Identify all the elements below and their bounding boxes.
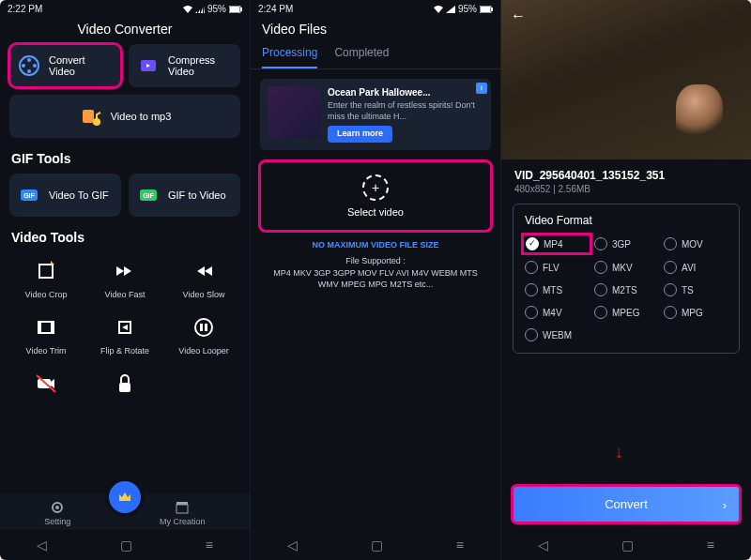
format-option-webm[interactable]: WEBM (525, 328, 589, 341)
no-max-note: NO MAXIMUM VIDEO FILE SIZE (251, 231, 500, 255)
video-slow-tool[interactable]: Video Slow (167, 252, 240, 303)
ad-title: Ocean Park Hallowee... (328, 86, 483, 98)
format-option-flv[interactable]: FLV (525, 261, 589, 274)
video-looper-tool[interactable]: Video Looper (167, 309, 240, 359)
convert-label: Convert (605, 497, 648, 511)
radio-icon (594, 306, 607, 319)
ad-text: Ocean Park Hallowee... Enter the realm o… (328, 86, 483, 143)
nav-label: My Creation (160, 517, 206, 526)
bottom-nav: Setting My Creation (0, 494, 250, 530)
nav-setting[interactable]: Setting (44, 500, 70, 526)
format-option-mov[interactable]: MOV (664, 236, 728, 251)
video-trim-tool[interactable]: Video Trim (9, 309, 83, 359)
clock: 2:22 PM (8, 4, 42, 14)
battery-icon (480, 6, 493, 13)
convert-button[interactable]: Convert › (513, 486, 740, 522)
ad-badge-icon[interactable]: i (476, 83, 487, 94)
format-label: TS (682, 285, 694, 295)
wifi-icon (183, 6, 192, 13)
format-label: 3GP (612, 239, 631, 250)
radio-icon (664, 306, 677, 319)
status-bar: 2:22 PM 95% (0, 0, 250, 16)
radio-icon (594, 283, 607, 296)
format-option-m4v[interactable]: M4V (525, 306, 589, 319)
video-to-gif-card[interactable]: GIF Video To GIF (9, 174, 121, 217)
svg-rect-31 (481, 7, 490, 12)
format-label: MKV (612, 263, 633, 273)
compress-icon (136, 53, 161, 78)
tool-label: Video Looper (178, 346, 228, 356)
video-crop-tool[interactable]: Video Crop (9, 252, 83, 303)
trim-icon (31, 312, 61, 342)
compress-video-card[interactable]: Compress Video (129, 44, 240, 87)
format-option-mpg[interactable]: MPG (664, 306, 728, 319)
video-fast-tool[interactable]: Video Fast (88, 252, 161, 303)
tool-label: Video Fast (105, 290, 146, 299)
tab-completed[interactable]: Completed (334, 40, 389, 68)
radio-icon (594, 261, 607, 274)
format-option-3gp[interactable]: 3GP (594, 236, 658, 251)
svg-rect-1 (230, 7, 239, 12)
svg-point-7 (27, 69, 31, 73)
chevron-right-icon: › (723, 497, 727, 511)
status-icons: 95% (434, 4, 493, 14)
screen-files: 2:24 PM 95% Video Files Processing Compl… (250, 0, 500, 560)
radio-icon (525, 306, 538, 319)
ad-image (268, 86, 320, 139)
gif-tools-header: GIF Tools (0, 138, 250, 174)
ad-learn-more-button[interactable]: Learn more (328, 126, 392, 143)
convert-video-card[interactable]: Convert Video (9, 44, 121, 87)
home-key[interactable]: ▢ (371, 537, 383, 552)
flip-rotate-tool[interactable]: Flip & Rotate (88, 309, 161, 359)
format-option-ts[interactable]: TS (664, 283, 728, 296)
tool-extra-2[interactable] (88, 365, 161, 402)
back-key[interactable]: ◁ (538, 537, 548, 552)
video-to-mp3-card[interactable]: Video to mp3 (9, 95, 240, 138)
format-label: MP4 (544, 239, 563, 250)
system-nav: ◁▢≡ (251, 530, 500, 560)
back-key[interactable]: ◁ (287, 537, 298, 552)
format-option-mp4[interactable]: MP4 (525, 236, 589, 251)
home-key[interactable]: ▢ (120, 537, 132, 552)
wifi-icon (434, 6, 443, 13)
home-key[interactable]: ▢ (621, 537, 634, 552)
recent-key[interactable]: ≡ (707, 537, 714, 552)
annotation-arrow-down: ↓ (614, 441, 623, 462)
screen-home: 2:22 PM 95% Video Converter Convert Vide… (0, 0, 250, 560)
radio-icon (664, 237, 677, 250)
format-option-m2ts[interactable]: M2TS (594, 283, 658, 296)
format-option-avi[interactable]: AVI (664, 261, 728, 274)
tab-processing[interactable]: Processing (262, 40, 317, 68)
tool-label: Video Crop (25, 290, 68, 299)
tool-label: Video Trim (26, 346, 67, 356)
supported-label: File Supported : (251, 255, 500, 267)
lock-icon (110, 369, 140, 399)
video-meta: 480x8522.56MB (501, 184, 751, 204)
radio-icon (525, 261, 538, 274)
nav-my-creation[interactable]: My Creation (160, 500, 206, 526)
back-arrow-icon[interactable]: ← (511, 8, 526, 24)
format-label: M2TS (612, 285, 637, 295)
tool-label: Video Slow (183, 290, 225, 299)
format-label: MOV (682, 239, 703, 250)
fab-crown[interactable] (109, 481, 141, 513)
svg-point-5 (22, 64, 25, 68)
recent-key[interactable]: ≡ (206, 537, 213, 552)
format-label: AVI (682, 263, 696, 273)
tool-extra-1[interactable] (9, 365, 83, 402)
select-video-button[interactable]: + Select video (260, 161, 491, 231)
ad-banner[interactable]: Ocean Park Hallowee... Enter the realm o… (260, 79, 491, 150)
clapper-icon (175, 500, 190, 515)
status-icons: 95% (183, 4, 242, 14)
music-note-icon (79, 104, 103, 129)
recent-key[interactable]: ≡ (456, 537, 464, 552)
back-key[interactable]: ◁ (37, 537, 47, 552)
format-label: MTS (543, 285, 562, 295)
gif-to-video-card[interactable]: GIF GIF to Video (129, 174, 240, 217)
format-option-mkv[interactable]: MKV (594, 261, 658, 274)
system-nav: ◁▢≡ (0, 530, 250, 560)
svg-rect-18 (51, 322, 54, 333)
svg-rect-2 (240, 8, 242, 11)
format-option-mts[interactable]: MTS (525, 283, 589, 296)
format-option-mpeg[interactable]: MPEG (594, 306, 658, 319)
